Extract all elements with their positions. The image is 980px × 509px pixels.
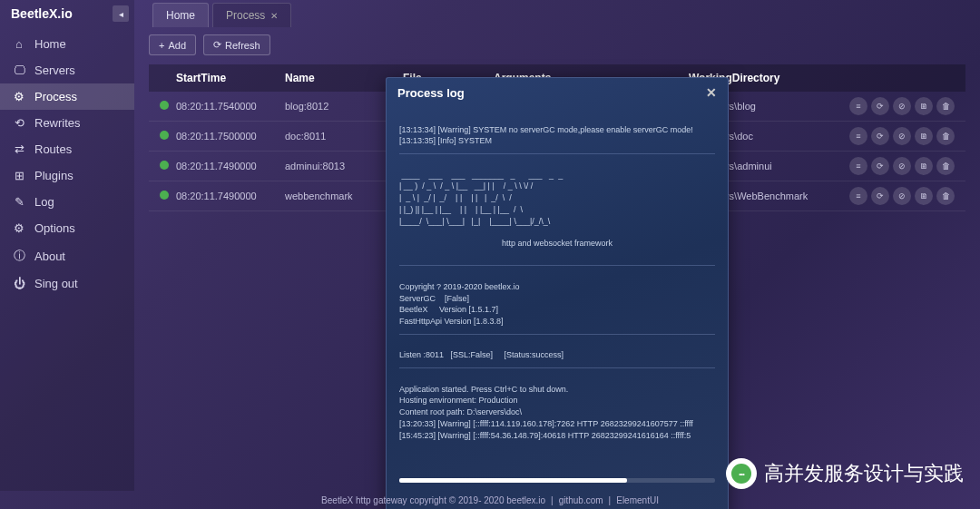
sidebar: ⌂Home🖵Servers⚙Process⟲Rewrites⇄Routes⊞Pl… <box>0 27 134 491</box>
home-icon: ⌂ <box>13 37 25 51</box>
footer: BeetleX http gateway copyright © 2019- 2… <box>0 491 980 509</box>
collapse-sidebar-button[interactable]: ◂ <box>113 5 129 22</box>
rewrites-icon: ⟲ <box>13 116 25 130</box>
sidebar-item-label: Routes <box>34 142 72 156</box>
sidebar-item-label: Plugins <box>34 169 74 182</box>
sidebar-item-servers[interactable]: 🖵Servers <box>0 57 134 83</box>
wechat-icon <box>726 458 757 489</box>
github-link[interactable]: github.com <box>559 495 603 505</box>
sidebar-item-label: Process <box>34 90 77 103</box>
elementui-link[interactable]: ElementUI <box>616 495 659 505</box>
sidebar-item-label: Servers <box>34 64 75 77</box>
routes-icon: ⇄ <box>13 142 25 156</box>
watermark: 高并发服务设计与实践 <box>726 458 964 489</box>
sidebar-item-label: Sing out <box>34 277 78 290</box>
sidebar-item-label: Options <box>34 221 75 235</box>
close-icon[interactable]: ✕ <box>706 85 717 100</box>
log-scrollbar[interactable] <box>399 478 715 483</box>
sidebar-item-sing-out[interactable]: ⏻Sing out <box>0 270 134 297</box>
sidebar-item-label: Log <box>34 195 54 209</box>
tab-bar: HomeProcess✕ <box>134 0 980 27</box>
plugins-icon: ⊞ <box>13 169 25 182</box>
log-output: [13:13:34] [Warring] SYSTEM no serverGC … <box>387 107 728 509</box>
sidebar-item-about[interactable]: ⓘAbout <box>0 241 134 270</box>
sidebar-item-options[interactable]: ⚙Options <box>0 215 134 241</box>
sing out-icon: ⏻ <box>13 277 25 290</box>
tab-home[interactable]: Home <box>152 3 209 27</box>
modal-title: Process log <box>397 86 465 100</box>
sidebar-item-home[interactable]: ⌂Home <box>0 31 134 57</box>
sidebar-item-label: Rewrites <box>34 116 81 130</box>
sidebar-item-log[interactable]: ✎Log <box>0 189 134 215</box>
options-icon: ⚙ <box>13 221 25 235</box>
tab-process[interactable]: Process✕ <box>212 3 291 27</box>
sidebar-item-plugins[interactable]: ⊞Plugins <box>0 162 134 189</box>
sidebar-item-routes[interactable]: ⇄Routes <box>0 136 134 162</box>
process-icon: ⚙ <box>13 90 25 103</box>
sidebar-item-rewrites[interactable]: ⟲Rewrites <box>0 110 134 136</box>
about-icon: ⓘ <box>13 248 25 264</box>
sidebar-item-label: Home <box>34 37 66 51</box>
sidebar-item-label: About <box>34 250 65 263</box>
logo: BeetleX.io <box>11 6 73 21</box>
tab-close-icon[interactable]: ✕ <box>270 11 278 21</box>
sidebar-item-process[interactable]: ⚙Process <box>0 83 134 110</box>
servers-icon: 🖵 <box>13 64 25 77</box>
process-log-modal: Process log ✕ [13:13:34] [Warring] SYSTE… <box>386 77 729 509</box>
log-icon: ✎ <box>13 195 25 209</box>
